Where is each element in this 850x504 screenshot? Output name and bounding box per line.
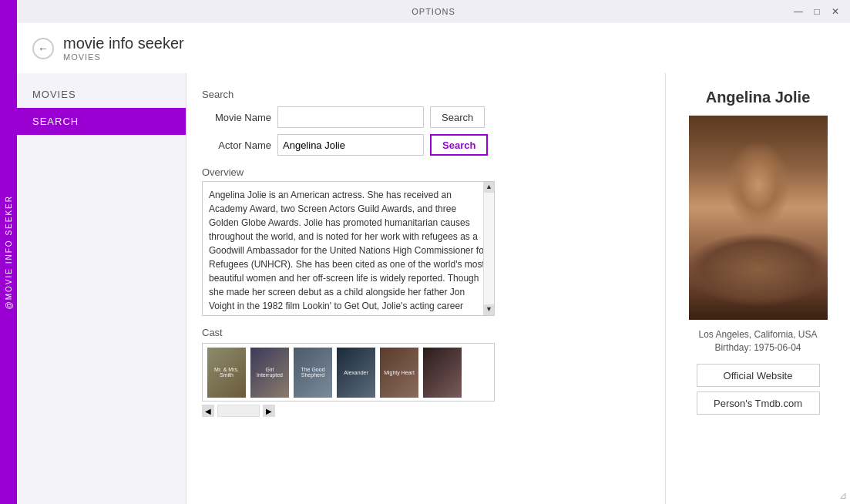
cast-movie-title-2: Girl Interrupted bbox=[250, 365, 289, 379]
cast-movie-thumb-5[interactable]: Mighty Heart bbox=[380, 348, 418, 398]
minimize-button[interactable]: — bbox=[790, 3, 807, 20]
sidebar-item-search[interactable]: SEARCH bbox=[17, 108, 186, 135]
title-bar: OPTIONS — □ ✕ bbox=[0, 0, 850, 23]
cast-next-btn[interactable]: ▶ bbox=[263, 405, 275, 417]
actor-info-panel: Angelina Jolie Los Angeles, California, … bbox=[665, 73, 850, 504]
movie-name-row: Movie Name Search bbox=[202, 106, 650, 128]
sidebar-item-movies[interactable]: MOVIES bbox=[17, 81, 186, 108]
cast-label: Cast bbox=[202, 327, 495, 338]
overview-section: Overview Angelina Jolie is an American a… bbox=[202, 166, 495, 316]
cast-movie-title-4: Alexander bbox=[342, 368, 370, 377]
cast-movie-thumb-3[interactable]: The Good Shepherd bbox=[294, 348, 332, 398]
sidebar: MOVIES SEARCH bbox=[17, 73, 186, 504]
overview-box[interactable]: Angelina Jolie is an American actress. S… bbox=[202, 181, 495, 316]
movie-name-input[interactable] bbox=[277, 106, 424, 128]
cast-movie-title-3: The Good Shepherd bbox=[294, 365, 332, 379]
actor-search-button[interactable]: Search bbox=[430, 134, 488, 156]
cast-nav-bar: ◀ ▶ bbox=[202, 405, 495, 417]
movie-search-button[interactable]: Search bbox=[430, 106, 485, 128]
app-header: ← movie info seeker MOVIES bbox=[17, 23, 850, 73]
search-section-label: Search bbox=[202, 89, 650, 100]
actor-location: Los Angeles, California, USA bbox=[698, 329, 817, 340]
cast-movie-thumb-4[interactable]: Alexander bbox=[337, 348, 375, 398]
scrollbar-down-btn[interactable]: ▼ bbox=[484, 304, 495, 315]
close-button[interactable]: ✕ bbox=[827, 3, 844, 20]
actor-name-heading: Angelina Jolie bbox=[706, 89, 811, 106]
cast-nav-track bbox=[217, 405, 260, 417]
app-title: movie info seeker bbox=[63, 35, 184, 52]
cast-movie-thumb-1[interactable]: Mr. & Mrs. Smith bbox=[207, 348, 246, 398]
window-controls: — □ ✕ bbox=[790, 3, 844, 20]
options-label: OPTIONS bbox=[0, 7, 790, 16]
tmdb-button[interactable]: Person's Tmdb.com bbox=[697, 391, 820, 415]
cast-section: Cast Mr. & Mrs. Smith Girl Interrupted T… bbox=[202, 327, 495, 417]
overview-label: Overview bbox=[202, 166, 495, 178]
app-title-block: movie info seeker MOVIES bbox=[63, 35, 184, 62]
cast-carousel: Mr. & Mrs. Smith Girl Interrupted The Go… bbox=[202, 343, 495, 402]
cast-movie-title-1: Mr. & Mrs. Smith bbox=[207, 365, 246, 379]
scrollbar-up-btn[interactable]: ▲ bbox=[484, 182, 495, 193]
main-area: MOVIES SEARCH Search Movie Name Search A… bbox=[17, 73, 850, 504]
resize-handle[interactable]: ⊿ bbox=[839, 490, 847, 501]
cast-movie-thumb-6[interactable] bbox=[423, 348, 462, 398]
back-button[interactable]: ← bbox=[32, 38, 54, 59]
official-website-button[interactable]: Official Website bbox=[697, 364, 820, 387]
cast-movie-title-6 bbox=[441, 371, 444, 374]
movie-name-label: Movie Name bbox=[202, 112, 271, 123]
app-subtitle: MOVIES bbox=[63, 52, 184, 62]
vertical-bar-text: @MOVIE INFO SEEKER bbox=[5, 195, 13, 309]
actor-name-input[interactable] bbox=[277, 134, 424, 156]
content-area: Search Movie Name Search Actor Name Sear… bbox=[186, 73, 665, 504]
actor-photo bbox=[689, 116, 828, 320]
overview-scrollbar[interactable]: ▲ ▼ bbox=[483, 182, 494, 315]
actor-name-row: Actor Name Search bbox=[202, 134, 650, 156]
maximize-button[interactable]: □ bbox=[808, 3, 825, 20]
app-vertical-bar: @MOVIE INFO SEEKER bbox=[0, 0, 17, 504]
cast-prev-btn[interactable]: ◀ bbox=[202, 405, 214, 417]
actor-name-label: Actor Name bbox=[202, 139, 271, 151]
actor-birthday: Birthday: 1975-06-04 bbox=[714, 342, 801, 353]
cast-movie-title-5: Mighty Heart bbox=[382, 368, 416, 377]
actor-photo-inner bbox=[689, 116, 828, 320]
cast-movie-thumb-2[interactable]: Girl Interrupted bbox=[250, 348, 289, 398]
back-icon: ← bbox=[38, 42, 49, 55]
overview-text: Angelina Jolie is an American actress. S… bbox=[209, 190, 487, 316]
